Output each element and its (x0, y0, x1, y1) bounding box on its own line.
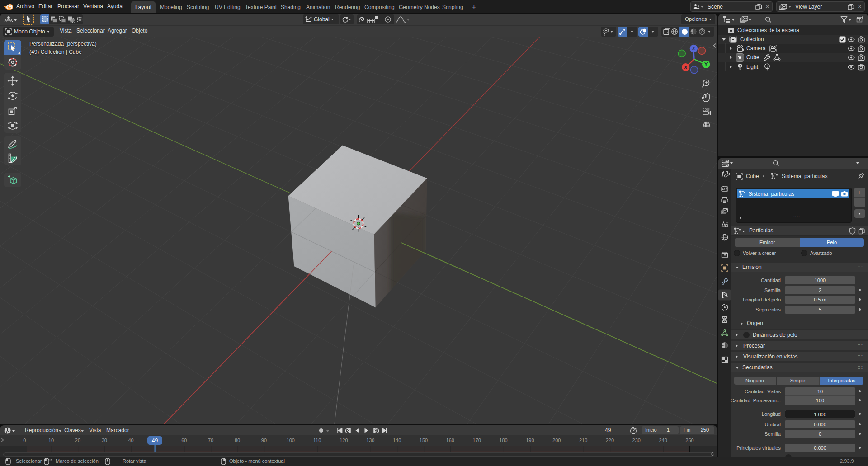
svg-text:40: 40 (128, 438, 133, 443)
svg-text:20: 20 (75, 438, 80, 443)
svg-text:70: 70 (208, 438, 213, 443)
svg-text:240: 240 (659, 438, 667, 443)
svg-text:140: 140 (393, 438, 401, 443)
svg-text:210: 210 (579, 438, 587, 443)
svg-text:100: 100 (287, 438, 295, 443)
svg-text:200: 200 (552, 438, 561, 443)
svg-text:30: 30 (102, 438, 107, 443)
svg-text:230: 230 (632, 438, 641, 443)
svg-text:180: 180 (499, 438, 507, 443)
svg-text:150: 150 (420, 438, 428, 443)
svg-text:250: 250 (685, 438, 693, 443)
svg-text:110: 110 (313, 438, 321, 443)
svg-text:160: 160 (446, 438, 454, 443)
svg-text:170: 170 (473, 438, 481, 443)
svg-text:0: 0 (23, 438, 26, 443)
svg-text:80: 80 (235, 438, 240, 443)
svg-text:10: 10 (48, 438, 54, 443)
svg-text:120: 120 (340, 438, 348, 443)
svg-text:90: 90 (261, 438, 267, 443)
svg-text:X: X (684, 65, 688, 70)
svg-text:130: 130 (366, 438, 374, 443)
svg-text:Z: Z (692, 46, 695, 51)
svg-text:49: 49 (152, 438, 158, 444)
svg-text:190: 190 (526, 438, 534, 443)
svg-text:Y: Y (704, 61, 708, 67)
svg-text:60: 60 (181, 438, 187, 443)
svg-text:220: 220 (606, 438, 614, 443)
